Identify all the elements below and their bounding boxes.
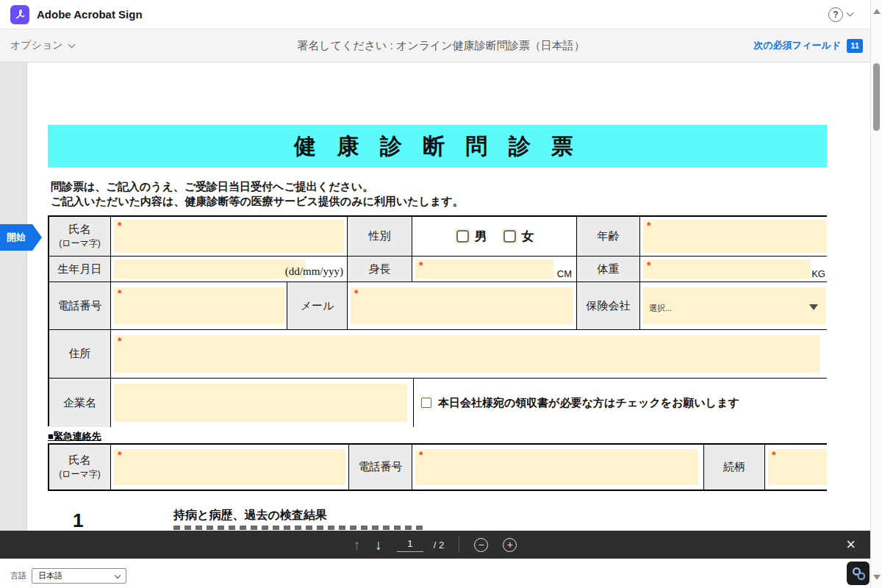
company-label: 企業名	[63, 396, 96, 410]
insurance-field-cell: 選択...	[640, 282, 828, 329]
name-label: 氏名	[69, 223, 91, 237]
page-up-button[interactable]: ↑	[354, 538, 361, 552]
table-row: 氏名 (ローマ字) * 性別 男	[49, 217, 825, 257]
weight-input[interactable]: *	[643, 259, 811, 279]
required-marker: *	[772, 450, 775, 460]
emergency-phone-input[interactable]: *	[415, 449, 698, 485]
email-field-cell: *	[348, 282, 577, 329]
phone-input[interactable]: *	[114, 287, 284, 324]
page-down-button[interactable]: ↓	[375, 538, 382, 552]
receipt-checkbox[interactable]	[420, 397, 432, 409]
chevron-down-icon	[115, 572, 121, 578]
scrollbar-thumb[interactable]	[873, 63, 880, 131]
sign-toolbar: オプション 署名してください : オンライン健康診断問診票（日本語） 次の必須フ…	[0, 29, 882, 62]
options-label: オプション	[10, 39, 63, 52]
form-title-banner: 健 康 診 断 問 診 票	[48, 125, 827, 168]
email-label: メール	[301, 299, 334, 313]
emergency-phone-field-cell: *	[412, 445, 704, 490]
email-input[interactable]: *	[351, 287, 573, 324]
gender-label: 性別	[369, 229, 391, 243]
insurance-dropdown-value: 選択...	[649, 303, 672, 314]
emergency-phone-label-cell: 電話番号	[349, 445, 412, 490]
acrobat-logo-icon	[10, 5, 29, 24]
company-label-cell: 企業名	[49, 379, 111, 427]
zoom-out-button[interactable]: −	[474, 538, 488, 552]
help-icon[interactable]: ?	[828, 7, 843, 22]
required-count-badge: 11	[847, 39, 863, 53]
main-form-table: 氏名 (ローマ字) * 性別 男	[48, 215, 827, 426]
footer-bar: 言語 日本語	[0, 559, 870, 588]
page-number-input[interactable]: 1	[397, 538, 423, 552]
required-marker: *	[118, 336, 121, 346]
emergency-name-label-cell: 氏名 (ローマ字)	[49, 445, 111, 490]
birth-format-hint: (dd/mm/yyy)	[285, 265, 343, 278]
relation-label-cell: 続柄	[704, 445, 765, 490]
chevron-down-icon[interactable]	[847, 10, 854, 17]
receipt-cell: 本日会社様宛の領収書が必要な方はチェックをお願いします	[414, 379, 828, 427]
birth-field-cell: (dd/mm/yyy)	[111, 257, 348, 282]
vertical-scrollbar[interactable]	[870, 0, 882, 588]
birth-input[interactable]	[114, 259, 305, 279]
toolbar-divider	[459, 537, 459, 553]
weight-label-cell: 体重	[577, 257, 640, 282]
next-required-field-button[interactable]: 次の必須フィールド 11	[753, 39, 863, 53]
relation-input[interactable]: *	[768, 449, 827, 485]
section-title: 持病と病歴、過去の検査結果	[173, 508, 327, 523]
insurance-label: 保険会社	[587, 299, 631, 313]
birth-label-cell: 生年月日	[49, 257, 111, 282]
chevron-down-icon	[68, 40, 75, 48]
male-checkbox[interactable]	[455, 229, 470, 244]
app-header: Adobe Acrobat Sign ?	[0, 0, 882, 29]
start-tab-label: 開始	[7, 231, 26, 244]
address-input[interactable]: *	[114, 335, 820, 373]
name-field-cell: *	[111, 217, 348, 256]
age-input[interactable]: *	[643, 220, 827, 253]
table-row: 氏名 (ローマ字) * 電話番号 * 続柄	[49, 445, 825, 490]
emergency-name-input[interactable]: *	[114, 449, 345, 485]
address-label-cell: 住所	[49, 330, 111, 378]
height-input[interactable]: *	[415, 259, 553, 279]
female-checkbox[interactable]	[502, 229, 517, 244]
age-field-cell: *	[640, 217, 828, 256]
emergency-name-label: 氏名	[69, 453, 91, 467]
dropdown-arrow-icon	[809, 304, 818, 310]
scroll-up-icon[interactable]	[873, 9, 881, 14]
required-marker: *	[118, 220, 121, 231]
emergency-section-title: ■緊急連絡先	[48, 430, 101, 443]
zoom-in-button[interactable]: +	[503, 538, 517, 552]
table-row: 電話番号 * メール * 保険会社	[49, 282, 825, 330]
table-row: 住所 *	[49, 330, 825, 379]
height-unit: CM	[557, 268, 572, 279]
page-total-label: / 2	[434, 539, 444, 551]
email-label-cell: メール	[287, 282, 348, 329]
cookie-preferences-button[interactable]	[847, 562, 870, 585]
insurance-dropdown[interactable]: 選択...	[643, 287, 825, 324]
female-label: 女	[522, 228, 534, 245]
language-select[interactable]: 日本語	[32, 568, 126, 584]
name-input[interactable]: *	[114, 220, 344, 253]
age-label: 年齢	[598, 229, 620, 243]
company-input[interactable]	[114, 384, 407, 422]
required-marker: *	[118, 450, 121, 460]
phone-label-cell: 電話番号	[49, 282, 111, 329]
company-field-cell	[111, 379, 414, 427]
scroll-down-icon[interactable]	[873, 575, 881, 580]
table-row: 生年月日 (dd/mm/yyy) 身長 * CM 体重	[49, 257, 825, 282]
language-label: 言語	[10, 570, 26, 581]
form-intro: 問診票は、ご記入のうえ、ご受診日当日受付へご提出ください。 ご記入いただいた内容…	[51, 179, 464, 209]
options-menu[interactable]: オプション	[10, 39, 74, 52]
insurance-label-cell: 保険会社	[577, 282, 640, 329]
pdf-page: 健 康 診 断 問 診 票 問診票は、ご記入のうえ、ご受診日当日受付へご提出くだ…	[26, 62, 870, 531]
close-toolbar-button[interactable]: ×	[846, 537, 856, 553]
emergency-name-field-cell: *	[111, 445, 349, 490]
emergency-phone-label: 電話番号	[359, 460, 403, 474]
start-tab[interactable]: 開始	[0, 224, 32, 251]
required-marker: *	[647, 220, 650, 231]
clipped-text-line	[173, 526, 423, 530]
relation-field-cell: *	[765, 445, 828, 490]
required-marker: *	[647, 260, 650, 270]
phone-field-cell: *	[111, 282, 287, 329]
relation-label: 続柄	[723, 460, 745, 474]
form-title: 健 康 診 断 問 診 票	[294, 132, 581, 162]
required-marker: *	[419, 260, 423, 270]
